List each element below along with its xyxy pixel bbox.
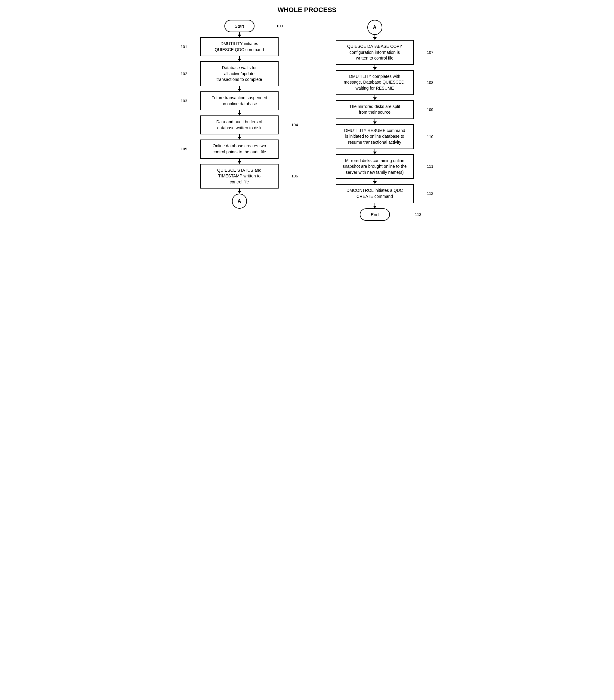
start-row: 100 Start — [178, 20, 301, 32]
arrow-5 — [239, 134, 240, 137]
node-109: The mirrored disks are splitfrom their s… — [336, 100, 414, 119]
node-110-row: 110 DMUTILITY RESUME commandis initiated… — [313, 124, 437, 149]
node-108-row: 108 DMUTILITY completes withmessage, Dat… — [313, 70, 437, 95]
arrow-3 — [239, 86, 240, 89]
node-105: Online database creates twocontrol point… — [200, 139, 279, 159]
node-108: DMUTILITY completes withmessage, Databas… — [336, 70, 414, 95]
label-112: 112 — [427, 191, 433, 196]
node-102-row: 102 Database waits forall active/updatet… — [178, 61, 301, 86]
arrowhead-r5 — [373, 152, 377, 154]
node-101: DMUTILITY initiatesQUIESCE QDC command — [200, 37, 279, 56]
arrow-7 — [239, 189, 240, 191]
node-102-block: 102 Database waits forall active/updatet… — [178, 61, 301, 86]
label-110: 110 — [427, 134, 433, 139]
start-block: 100 Start — [178, 20, 301, 32]
node-111-block: 111 Mirrored disks containing onlinesnap… — [313, 154, 437, 179]
node-104-row: 104 Data and audit buffers ofdatabase wr… — [178, 115, 301, 134]
arrowhead-r7 — [373, 206, 377, 208]
page-title: WHOLE PROCESS — [172, 6, 443, 14]
columns: 100 Start 101 DMUTILITY initiatesQUIESCE… — [172, 20, 443, 221]
arrow-r7 — [374, 203, 375, 206]
node-103-block: 103 Future transaction suspendedon onlin… — [178, 91, 301, 110]
node-112-row: 112 DMCONTROL initiates a QDCCREATE comm… — [313, 184, 437, 203]
end-block: 113 End — [313, 208, 437, 221]
page: WHOLE PROCESS 100 Start 101 D — [172, 6, 443, 322]
arrowhead-r1 — [373, 37, 377, 40]
label-103: 103 — [181, 99, 187, 103]
label-102: 102 — [181, 72, 187, 76]
node-110-block: 110 DMUTILITY RESUME commandis initiated… — [313, 124, 437, 149]
arrow-4 — [239, 110, 240, 113]
node-101-block: 101 DMUTILITY initiatesQUIESCE QDC comma… — [178, 37, 301, 56]
arrow-6 — [239, 159, 240, 161]
label-104: 104 — [292, 123, 298, 127]
label-100: 100 — [277, 24, 283, 28]
node-107-row: 107 QUIESCE DATABASE COPYconfiguration i… — [313, 40, 437, 65]
arrowhead-r2 — [373, 67, 377, 70]
node-112-block: 112 DMCONTROL initiates a QDCCREATE comm… — [313, 184, 437, 203]
node-106-block: 106 QUIESCE STATUS andTIMESTAMP written … — [178, 164, 301, 189]
label-107: 107 — [427, 50, 433, 55]
arrow-2 — [239, 56, 240, 59]
right-column: A 107 QUIESCE DATABASE COPYconfiguration… — [307, 20, 443, 221]
node-107-block: 107 QUIESCE DATABASE COPYconfiguration i… — [313, 40, 437, 65]
arrowhead-6 — [238, 161, 241, 164]
arrow-r3 — [374, 95, 375, 97]
node-102: Database waits forall active/updatetrans… — [200, 61, 279, 86]
node-108-block: 108 DMUTILITY completes withmessage, Dat… — [313, 70, 437, 95]
arrow-r5 — [374, 149, 375, 152]
arrowhead-1 — [238, 35, 241, 37]
node-104-block: 104 Data and audit buffers ofdatabase wr… — [178, 115, 301, 134]
start-oval: Start — [224, 20, 255, 32]
node-101-row: 101 DMUTILITY initiatesQUIESCE QDC comma… — [178, 37, 301, 56]
node-109-block: 109 The mirrored disks are splitfrom the… — [313, 100, 437, 119]
node-106: QUIESCE STATUS andTIMESTAMP written toco… — [200, 164, 279, 189]
node-103-row: 103 Future transaction suspendedon onlin… — [178, 91, 301, 110]
arrowhead-r3 — [373, 97, 377, 100]
arrowhead-2 — [238, 59, 241, 61]
arrow-r1 — [374, 35, 375, 37]
arrow-r2 — [374, 65, 375, 67]
arrowhead-7 — [238, 191, 241, 193]
label-106: 106 — [292, 174, 298, 178]
label-113: 113 — [415, 212, 421, 217]
arrowhead-5 — [238, 137, 241, 139]
node-104: Data and audit buffers ofdatabase writte… — [200, 115, 279, 134]
arrow-r4 — [374, 119, 375, 122]
node-106-row: 106 QUIESCE STATUS andTIMESTAMP written … — [178, 164, 301, 189]
label-101: 101 — [181, 45, 187, 49]
node-111: Mirrored disks containing onlinesnapshot… — [336, 154, 414, 179]
label-108: 108 — [427, 80, 433, 85]
node-110: DMUTILITY RESUME commandis initiated to … — [336, 124, 414, 149]
flowchart: 100 Start 101 DMUTILITY initiatesQUIESCE… — [172, 20, 443, 221]
node-112: DMCONTROL initiates a QDCCREATE command — [336, 184, 414, 203]
node-107: QUIESCE DATABASE COPYconfiguration infor… — [336, 40, 414, 65]
node-109-row: 109 The mirrored disks are splitfrom the… — [313, 100, 437, 119]
end-row: 113 End — [313, 208, 437, 221]
circle-a-top: A — [367, 20, 382, 35]
arrowhead-3 — [238, 89, 241, 91]
left-column: 100 Start 101 DMUTILITY initiatesQUIESCE… — [172, 20, 307, 221]
label-105: 105 — [181, 147, 187, 151]
node-105-row: 105 Online database creates twocontrol p… — [178, 139, 301, 159]
circle-a-bottom: A — [232, 193, 247, 209]
arrowhead-r6 — [373, 181, 377, 184]
node-103: Future transaction suspendedon online da… — [200, 91, 279, 110]
node-105-block: 105 Online database creates twocontrol p… — [178, 139, 301, 159]
label-111: 111 — [427, 164, 433, 169]
node-111-row: 111 Mirrored disks containing onlinesnap… — [313, 154, 437, 179]
end-oval: End — [360, 208, 390, 221]
label-109: 109 — [427, 107, 433, 112]
arrow-1 — [239, 32, 240, 35]
arrowhead-r4 — [373, 122, 377, 124]
arrowhead-4 — [238, 113, 241, 115]
arrow-r6 — [374, 179, 375, 181]
